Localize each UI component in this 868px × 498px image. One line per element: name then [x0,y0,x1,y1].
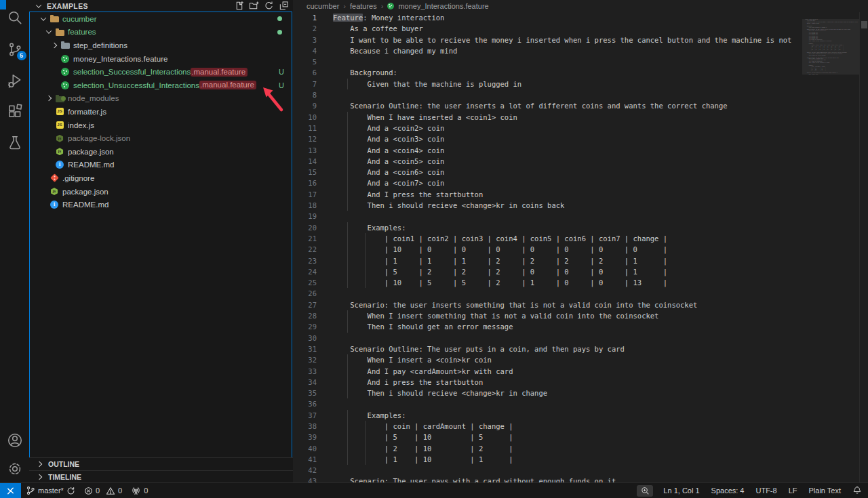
notifications-bell-icon[interactable] [851,483,863,498]
line-number: 6 [293,67,317,78]
code-editor[interactable]: 1234567891011121314151617181920212223242… [293,12,868,483]
code-line [333,56,868,67]
code-line [333,333,868,344]
chevron-down-icon[interactable] [38,17,49,21]
line-number: 4 [293,45,317,56]
tree-item-label: package.json [62,188,108,196]
tree-item-package-lock-json[interactable]: package-lock.json [30,131,292,145]
minimap[interactable]: Feature: Money interaction As a coffee b… [802,19,859,483]
chevron-down-icon[interactable] [43,30,54,34]
minimap-slider[interactable] [802,19,859,75]
code-line: Examples: [333,222,868,233]
language-mode-item[interactable]: Plain Text [808,483,843,498]
indent-guide [347,366,348,377]
tree-item-node-modules[interactable]: node_modules [30,92,292,106]
tree-item-features[interactable]: features [30,26,292,39]
ports-item[interactable]: 0 [130,483,149,498]
line-number: 2 [293,23,317,34]
collapse-all-icon[interactable] [278,1,289,12]
indent-guide [347,156,348,167]
source-control-icon[interactable]: 5 [6,41,24,58]
line-number: 23 [293,255,317,266]
chevron-right-icon[interactable] [43,96,54,100]
chevron-right-icon[interactable] [49,43,60,47]
breadcrumb-folder[interactable]: cucumber [307,2,339,10]
node-modules-folder-icon [54,95,65,102]
tree-item-label: selection_Unsuccessful_Interactions [73,81,199,89]
cucumber-file-icon [60,68,71,76]
accounts-icon[interactable] [6,432,24,449]
tree-item-label: README.md [62,201,108,209]
indent-guide [347,266,348,277]
encoding-item[interactable]: UTF-8 [754,483,778,498]
timeline-section[interactable]: TIMELINE [29,470,293,483]
line-number: 39 [293,432,317,442]
tree-item-index-js[interactable]: index.js [30,119,292,132]
tree-item-step-definitions[interactable]: step_definitions [30,39,292,52]
line-number: 24 [293,266,317,277]
eol-item[interactable]: LF [787,483,799,498]
indentation-item[interactable]: Spaces: 4 [710,483,746,498]
code-line: And I press the startbutton [333,189,868,200]
json-package-icon [54,135,65,142]
vscode-window: 5 EXAMPLES [0,0,868,498]
breadcrumb-folder[interactable]: features [350,2,377,10]
line-number: 15 [293,167,317,178]
code-line: | coin | cardAmount | change | [333,421,868,432]
tree-item-readme-md[interactable]: README.md [30,159,292,172]
git-branch-item[interactable]: master* [24,483,77,498]
code-line: Then i should recieve <change>kr in chan… [333,388,868,398]
code-line: Scenario Outline: The user puts in a coi… [333,344,868,354]
search-icon[interactable] [6,9,24,27]
javascript-file-icon [54,121,65,129]
active-view-indicator [0,0,6,9]
testing-icon[interactable] [6,134,24,152]
tree-item-selection-successful-interactions[interactable]: selection_Successful_Interactions.manual… [30,65,292,79]
new-folder-icon[interactable] [248,1,259,12]
problems-item[interactable]: 0 0 [83,483,123,498]
line-number: 3 [293,35,317,45]
code-line [333,465,868,476]
git-modified-dot-badge [277,30,282,35]
remote-indicator[interactable] [0,483,21,498]
tree-item-label: package-lock.json [68,134,130,142]
tree-item-selection-unsuccessful-interactions[interactable]: selection_Unsuccessful_Interactions.manu… [30,79,292,92]
cursor-position-item[interactable]: Ln 1, Col 1 [662,483,701,498]
code-line: And a <coin5> coin [333,156,868,167]
tree-item-label: index.js [68,121,94,129]
cucumber-file-icon [60,55,71,63]
outline-section[interactable]: OUTLINE [29,457,293,470]
zoom-status-item[interactable] [637,485,653,497]
readme-info-icon [49,201,60,209]
zoom-icon [641,486,650,495]
line-number: 26 [293,288,317,299]
editor-scrollbar[interactable] [859,12,868,483]
new-file-icon[interactable] [233,1,244,12]
git-modified-dot-badge [277,16,282,21]
extensions-icon[interactable] [6,103,24,121]
chevron-down-icon[interactable] [33,4,44,8]
line-number: 20 [293,222,317,233]
tree-item-money-interactions-feature[interactable]: money_Interactions.feature [30,52,292,66]
indent-guide [365,277,366,288]
tree-item-label: .gitignore [62,174,94,182]
tree-item-readme-md[interactable]: README.md [30,198,292,211]
code-line: Feature: Money interaction [333,12,868,23]
refresh-icon[interactable] [263,1,274,12]
settings-gear-icon[interactable] [6,460,24,478]
tree-item-cucumber[interactable]: cucumber [30,12,292,26]
tree-item-package-json[interactable]: package.json [30,145,292,159]
code-line: And a <coin2> coin [333,123,868,133]
tree-item--gitignore[interactable]: .gitignore [30,171,292,185]
word-occurrence-highlight: Feature [333,14,363,22]
chevron-right-icon [34,462,45,466]
run-debug-icon[interactable] [6,72,24,89]
line-number: 38 [293,421,317,432]
branch-name: master* [38,486,64,495]
breadcrumb-file[interactable]: money_Interactions.feature [398,2,488,10]
line-number: 19 [293,211,317,222]
indent-guide [347,79,348,89]
tree-item-package-json[interactable]: package.json [30,185,292,199]
scrollbar-thumb[interactable] [861,21,867,28]
tree-item-formatter-js[interactable]: formatter.js [30,105,292,119]
